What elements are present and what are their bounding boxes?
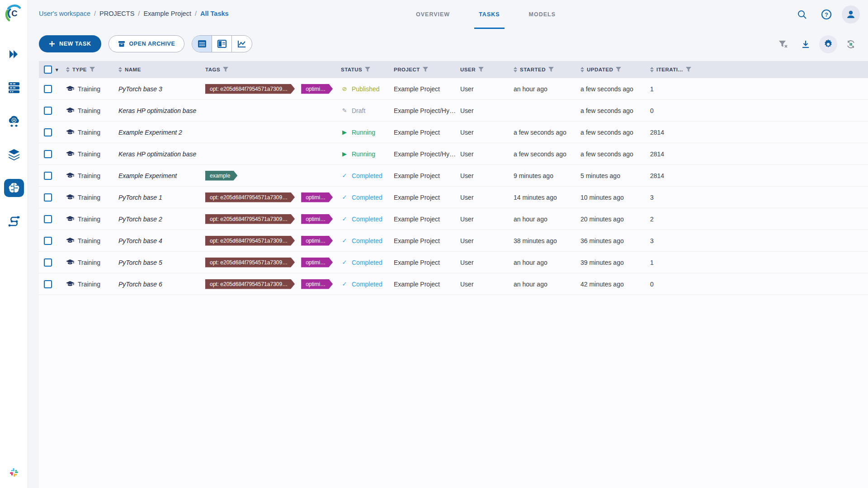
task-updated: 5 minutes ago	[580, 172, 620, 179]
table-row[interactable]: Training PyTorch base 2 opt: e205d684f79…	[39, 208, 868, 230]
row-checkbox[interactable]	[44, 128, 52, 136]
download-button[interactable]	[797, 35, 815, 53]
filter-icon[interactable]	[365, 67, 370, 72]
task-user: User	[460, 237, 474, 244]
filter-icon[interactable]	[90, 67, 95, 72]
sort-icon[interactable]	[118, 67, 122, 72]
row-checkbox[interactable]	[44, 215, 52, 223]
task-name[interactable]: Keras HP optimization base	[118, 107, 196, 114]
status-badge: Running	[352, 150, 375, 158]
table-row[interactable]: Training PyTorch base 5 opt: e205d684f79…	[39, 252, 868, 273]
column-header-started[interactable]: STARTED	[514, 67, 580, 72]
task-iterations: 2814	[650, 150, 664, 158]
tab-tasks[interactable]: TASKS	[470, 0, 509, 29]
sidebar-item-slack[interactable]	[9, 467, 19, 480]
task-name[interactable]: PyTorch base 2	[118, 216, 162, 223]
row-checkbox[interactable]	[44, 237, 52, 245]
breadcrumb-example-project[interactable]: Example Project	[143, 10, 191, 17]
download-icon	[801, 40, 810, 49]
breadcrumb-all-tasks[interactable]: All Tasks	[200, 10, 229, 17]
training-type-icon	[66, 194, 74, 201]
breadcrumb-workspace[interactable]: User's workspace	[39, 10, 90, 17]
clearml-logo-icon[interactable]: C	[4, 4, 24, 23]
column-label: STARTED	[520, 67, 546, 72]
compare-view-button[interactable]	[232, 36, 252, 52]
task-name[interactable]: PyTorch base 5	[118, 259, 162, 266]
auto-refresh-button[interactable]	[842, 35, 860, 53]
sort-icon[interactable]	[66, 67, 70, 72]
sidebar-item-workers-queues[interactable]	[4, 112, 24, 130]
task-name[interactable]: PyTorch base 4	[118, 237, 162, 244]
row-checkbox[interactable]	[44, 258, 52, 267]
table-row[interactable]: Training PyTorch base 4 opt: e205d684f79…	[39, 230, 868, 252]
tab-models[interactable]: MODELS	[520, 0, 565, 29]
task-type: Training	[78, 129, 100, 136]
row-checkbox[interactable]	[44, 150, 52, 158]
filter-icon[interactable]	[223, 67, 228, 72]
task-user: User	[460, 216, 474, 223]
column-header-user[interactable]: USER	[460, 67, 514, 72]
clear-filters-button[interactable]	[774, 35, 792, 53]
task-tags: opt: e205d684f7954571a7309…optimi…	[205, 84, 341, 94]
sidebar-expand-button[interactable]	[4, 45, 24, 63]
row-checkbox[interactable]	[44, 172, 52, 180]
select-dropdown-caret-icon[interactable]: ▾	[56, 67, 58, 73]
task-started: an hour ago	[514, 259, 547, 266]
settings-button[interactable]	[819, 35, 837, 53]
table-row[interactable]: Training PyTorch base 6 opt: e205d684f79…	[39, 273, 868, 295]
task-name[interactable]: PyTorch base 3	[118, 85, 162, 93]
task-name[interactable]: Example Experiment 2	[118, 129, 182, 136]
column-header-tags[interactable]: TAGS	[205, 67, 341, 72]
table-row[interactable]: Training Keras HP optimization base ✎ Dr…	[39, 100, 868, 122]
column-header-type[interactable]: TYPE	[66, 67, 118, 72]
sort-icon[interactable]	[580, 67, 584, 72]
task-name[interactable]: PyTorch base 6	[118, 281, 162, 288]
task-name[interactable]: PyTorch base 1	[118, 194, 162, 201]
tab-overview[interactable]: OVERVIEW	[407, 0, 459, 29]
task-project: Example Project	[394, 172, 440, 179]
filter-icon[interactable]	[548, 67, 554, 72]
row-checkbox[interactable]	[44, 280, 52, 288]
filter-icon[interactable]	[616, 67, 621, 72]
user-avatar[interactable]	[842, 5, 860, 23]
breadcrumb-projects[interactable]: PROJECTS	[99, 10, 134, 17]
table-row[interactable]: Training Example Experiment example ✓ Co…	[39, 165, 868, 187]
column-header-updated[interactable]: UPDATED	[580, 67, 650, 72]
table-row[interactable]: Training Keras HP optimization base ▶ Ru…	[39, 143, 868, 165]
sidebar-item-dashboard[interactable]	[4, 79, 24, 97]
task-name[interactable]: Keras HP optimization base	[118, 150, 196, 158]
table-row[interactable]: Training PyTorch base 1 opt: e205d684f79…	[39, 187, 868, 208]
select-all-checkbox[interactable]	[44, 66, 52, 74]
task-project: Example Project	[394, 216, 440, 223]
split-view-button[interactable]	[212, 36, 232, 52]
task-project: Example Project	[394, 259, 440, 266]
task-type: Training	[78, 259, 100, 266]
open-archive-button[interactable]: OPEN ARCHIVE	[108, 35, 185, 52]
sidebar-item-datasets[interactable]	[4, 145, 24, 164]
help-icon: ?	[821, 9, 832, 20]
table-row[interactable]: Training PyTorch base 3 opt: e205d684f79…	[39, 78, 868, 100]
filter-icon[interactable]	[423, 67, 428, 72]
row-checkbox[interactable]	[44, 85, 52, 93]
tag-badge: optimi…	[301, 84, 333, 94]
row-checkbox[interactable]	[44, 107, 52, 115]
filter-icon[interactable]	[686, 67, 691, 72]
sidebar-item-projects[interactable]	[4, 179, 24, 197]
sort-icon[interactable]	[514, 67, 517, 72]
sidebar-item-pipelines[interactable]	[4, 212, 24, 230]
search-button[interactable]	[793, 5, 811, 23]
task-started: an hour ago	[514, 281, 547, 288]
filter-icon[interactable]	[478, 67, 484, 72]
column-header-project[interactable]: PROJECT	[394, 67, 460, 72]
column-header-iterations[interactable]: ITERATI…	[650, 67, 868, 72]
row-checkbox[interactable]	[44, 193, 52, 202]
sort-icon[interactable]	[650, 67, 654, 72]
help-button[interactable]: ?	[817, 5, 835, 23]
table-view-button[interactable]	[192, 36, 212, 52]
column-header-name[interactable]: NAME	[118, 67, 205, 72]
breadcrumb-separator: /	[195, 10, 197, 17]
task-name[interactable]: Example Experiment	[118, 172, 177, 179]
column-header-status[interactable]: STATUS	[341, 67, 394, 72]
table-row[interactable]: Training Example Experiment 2 ▶ Running …	[39, 122, 868, 143]
new-task-button[interactable]: NEW TASK	[39, 35, 101, 52]
